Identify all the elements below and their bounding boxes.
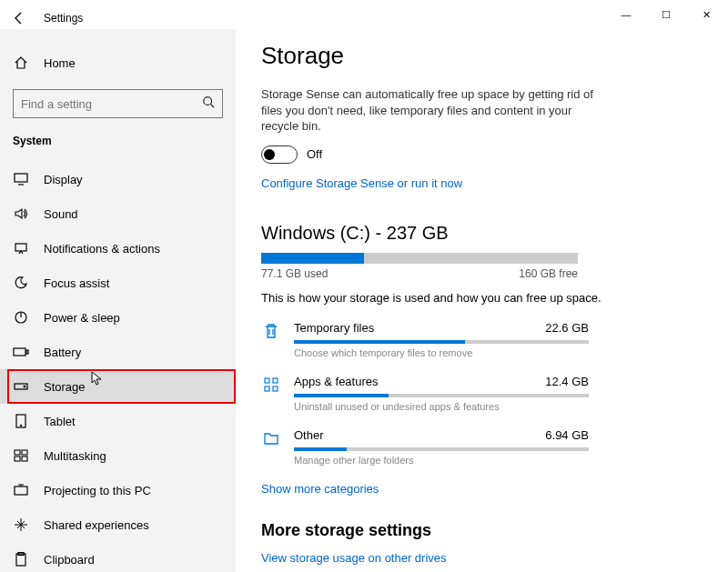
drive-usage-bar [261, 253, 578, 264]
page-title: Storage [261, 42, 703, 70]
sidebar-item-battery[interactable]: Battery [0, 335, 236, 369]
back-icon[interactable] [11, 11, 27, 25]
sidebar-item-shared-experiences[interactable]: Shared experiences [0, 507, 236, 542]
sidebar-item-label: Notifications & actions [44, 242, 160, 256]
category-bar [294, 447, 589, 451]
storage-icon [13, 381, 29, 392]
highlight-box [7, 369, 236, 404]
svg-rect-14 [15, 487, 27, 495]
sidebar-item-label: Tablet [44, 415, 76, 428]
svg-rect-19 [265, 386, 269, 391]
sidebar-item-label: Focus assist [44, 276, 109, 290]
category-bar [294, 340, 589, 344]
sidebar-item-label: Display [44, 173, 83, 186]
drive-usage-fill [261, 253, 364, 264]
sidebar-item-multitasking[interactable]: Multitasking [0, 438, 236, 473]
sidebar-item-clipboard[interactable]: Clipboard [0, 542, 236, 572]
sound-icon [13, 207, 29, 220]
sidebar-item-label: Storage [44, 380, 86, 394]
category-temporary-files[interactable]: Temporary files22.6 GB Choose which temp… [261, 321, 589, 358]
tablet-icon [13, 414, 29, 428]
sidebar-item-label: Shared experiences [44, 518, 149, 532]
sidebar-item-projecting[interactable]: Projecting to this PC [0, 473, 236, 507]
sidebar-item-notifications[interactable]: Notifications & actions [0, 231, 236, 266]
sidebar-item-focus-assist[interactable]: Focus assist [0, 266, 236, 300]
power-icon [13, 310, 29, 325]
sidebar-item-label: Battery [44, 346, 81, 359]
window-minimize[interactable]: — [606, 1, 646, 28]
drive-heading: Windows (C:) - 237 GB [261, 223, 703, 244]
sidebar-item-label: Clipboard [44, 553, 95, 567]
main-content: Storage Storage Sense can automatically … [236, 29, 728, 572]
sidebar-item-power-sleep[interactable]: Power & sleep [0, 300, 236, 335]
storage-sense-toggle[interactable] [261, 146, 298, 164]
svg-rect-4 [14, 348, 25, 356]
svg-rect-11 [22, 450, 27, 455]
shared-experiences-icon [13, 517, 29, 532]
search-icon [202, 95, 215, 112]
category-size: 6.94 GB [545, 428, 589, 442]
svg-rect-2 [15, 244, 26, 251]
home-link[interactable]: Home [0, 47, 236, 78]
folder-icon [261, 428, 281, 448]
svg-rect-17 [265, 378, 269, 383]
category-apps-features[interactable]: Apps & features12.4 GB Uninstall unused … [261, 375, 589, 412]
sidebar: Settings Home System Display Sound [0, 29, 236, 572]
svg-point-9 [20, 425, 22, 426]
sidebar-item-label: Sound [44, 207, 78, 221]
category-name: Apps & features [294, 375, 379, 388]
category-size: 22.6 GB [545, 321, 589, 335]
home-label: Home [44, 56, 76, 70]
toggle-state-label: Off [307, 147, 322, 161]
nav-list: Display Sound Notifications & actions Fo… [0, 162, 236, 572]
clipboard-icon [13, 552, 29, 567]
drive-free-label: 160 GB free [519, 267, 578, 280]
svg-rect-20 [273, 386, 278, 391]
display-icon [13, 173, 29, 186]
category-hint: Choose which temporary files to remove [294, 347, 589, 358]
category-name: Other [294, 428, 324, 442]
category-bar [294, 394, 589, 397]
svg-rect-5 [26, 350, 28, 354]
search-input[interactable] [21, 97, 185, 111]
svg-rect-10 [15, 450, 20, 455]
section-label: System [0, 129, 236, 153]
projecting-icon [13, 484, 29, 497]
sidebar-item-label: Power & sleep [44, 311, 120, 325]
category-hint: Uninstall unused or undesired apps & fea… [294, 401, 589, 412]
trash-icon [261, 321, 281, 341]
search-box[interactable] [13, 89, 223, 118]
home-icon [13, 55, 29, 70]
app-title: Settings [44, 12, 83, 25]
window-close[interactable]: ✕ [686, 1, 726, 28]
view-storage-other-drives-link[interactable]: View storage usage on other drives [261, 551, 703, 565]
storage-sense-toggle-row: Off [261, 146, 703, 164]
svg-rect-12 [15, 457, 20, 461]
category-hint: Manage other large folders [294, 455, 589, 466]
svg-point-0 [204, 97, 212, 105]
sidebar-item-label: Multitasking [44, 449, 106, 463]
sidebar-item-label: Projecting to this PC [44, 484, 151, 497]
focus-assist-icon [13, 276, 29, 290]
storage-sense-description: Storage Sense can automatically free up … [261, 86, 598, 135]
usage-hint: This is how your storage is used and how… [261, 291, 703, 305]
sidebar-item-display[interactable]: Display [0, 162, 236, 196]
configure-storage-sense-link[interactable]: Configure Storage Sense or run it now [261, 176, 703, 190]
svg-rect-1 [15, 174, 27, 182]
battery-icon [13, 346, 29, 357]
category-other[interactable]: Other6.94 GB Manage other large folders [261, 428, 589, 466]
sidebar-item-sound[interactable]: Sound [0, 196, 236, 231]
notifications-icon [13, 242, 29, 255]
more-storage-settings-heading: More storage settings [261, 521, 703, 540]
show-more-categories-link[interactable]: Show more categories [261, 482, 703, 496]
apps-icon [261, 375, 281, 395]
svg-point-7 [24, 386, 25, 387]
svg-rect-13 [22, 457, 27, 461]
svg-rect-18 [273, 378, 278, 383]
window-maximize[interactable]: ☐ [646, 1, 686, 28]
multitasking-icon [13, 449, 29, 462]
drive-usage-labels: 77.1 GB used 160 GB free [261, 267, 578, 280]
drive-used-label: 77.1 GB used [261, 267, 328, 280]
sidebar-item-storage[interactable]: Storage [0, 369, 236, 404]
sidebar-item-tablet[interactable]: Tablet [0, 404, 236, 438]
